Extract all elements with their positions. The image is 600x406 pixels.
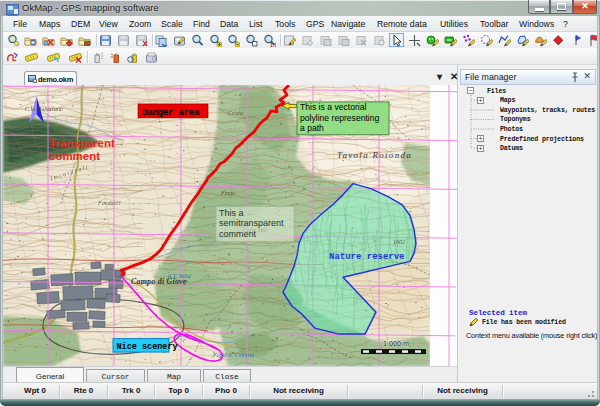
svg-text:1:1: 1:1 xyxy=(270,42,276,48)
svg-text:comment: comment xyxy=(49,150,100,162)
svg-text:a path: a path xyxy=(300,123,324,133)
svg-text:C.le Malvarano: C.le Malvarano xyxy=(25,106,63,112)
svg-text:polyline representing: polyline representing xyxy=(300,113,380,123)
svg-text:semitransparent: semitransparent xyxy=(219,219,284,229)
svg-text:Fonte d. Cotorna: Fonte d. Cotorna xyxy=(212,352,254,358)
svg-text:This a: This a xyxy=(219,208,243,218)
svg-text:Transparent: Transparent xyxy=(49,137,115,149)
svg-text:Fonte: Fonte xyxy=(220,190,235,196)
svg-text:Fondacci: Fondacci xyxy=(97,200,121,206)
svg-text:comment: comment xyxy=(219,229,256,239)
svg-text:1802: 1802 xyxy=(393,239,405,245)
svg-text:1.000 m: 1.000 m xyxy=(383,340,409,348)
svg-text:Tavola Rotonda: Tavola Rotonda xyxy=(337,150,412,160)
svg-text:Crista: Crista xyxy=(228,110,243,116)
svg-text:Nature reserve: Nature reserve xyxy=(329,252,404,262)
svg-text:Nice scenery: Nice scenery xyxy=(117,342,178,352)
svg-text:This is a vectorial: This is a vectorial xyxy=(300,102,366,112)
svg-text:Danger area: Danger area xyxy=(142,107,200,118)
svg-text:il T. Vella: il T. Vella xyxy=(168,273,191,279)
